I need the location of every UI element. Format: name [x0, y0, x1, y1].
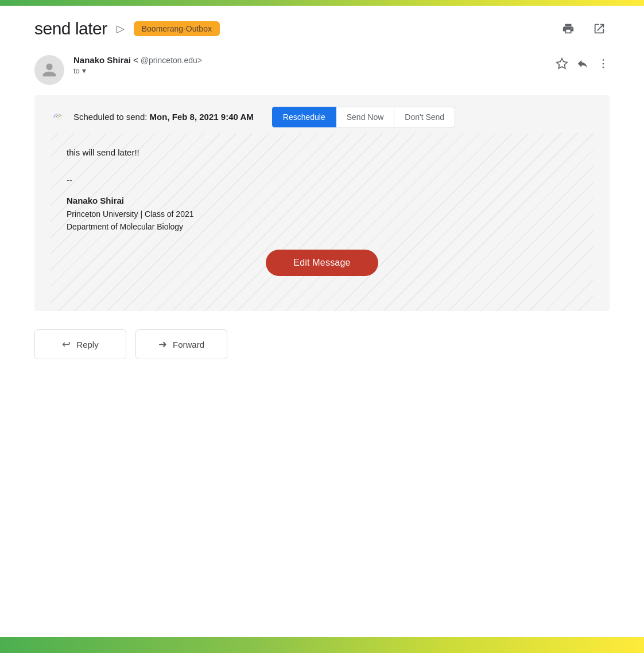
sig-line-2: Department of Molecular Biology — [67, 220, 577, 233]
svg-point-3 — [603, 67, 604, 68]
reply-button-icon: ↩ — [62, 338, 71, 351]
edit-message-button[interactable]: Edit Message — [266, 250, 378, 276]
sender-actions — [556, 57, 610, 70]
svg-point-2 — [603, 63, 604, 65]
email-body-card: this will send later!! -- Nanako Shirai … — [51, 133, 593, 311]
edit-message-row: Edit Message — [67, 250, 577, 276]
outbox-badge: Boomerang-Outbox — [134, 21, 220, 36]
reply-button[interactable]: ↩ Reply — [34, 329, 126, 359]
star-button[interactable] — [556, 57, 568, 70]
email-separator: -- — [67, 173, 577, 187]
more-options-button[interactable] — [597, 57, 610, 70]
sig-line-1: Princeton University | Class of 2021 — [67, 208, 577, 220]
reply-header-button[interactable] — [576, 57, 589, 70]
sender-email-bracket: < — [133, 55, 138, 65]
scheduled-card: Scheduled to send: Mon, Feb 8, 2021 9:40… — [34, 95, 610, 311]
reply-button-label: Reply — [76, 340, 98, 349]
open-in-new-button[interactable] — [589, 18, 610, 39]
bottom-green-bar — [0, 637, 644, 653]
sender-email: @princeton.edu> — [141, 56, 202, 65]
reschedule-button[interactable]: Reschedule — [272, 107, 336, 127]
sender-info: Nanako Shirai < @princeton.edu> to ▾ — [73, 55, 546, 75]
svg-point-1 — [603, 59, 604, 61]
scheduled-text: Scheduled to send: Mon, Feb 8, 2021 9:40… — [73, 111, 254, 124]
reply-forward-row: ↩ Reply ➜ Forward — [34, 311, 610, 371]
boomerang-logo — [51, 110, 67, 124]
avatar — [34, 55, 64, 85]
dont-send-button[interactable]: Don't Send — [394, 107, 455, 127]
header-left: send later ▷ Boomerang-Outbox — [34, 19, 220, 38]
print-button[interactable] — [558, 18, 579, 39]
svg-marker-0 — [557, 59, 567, 68]
reply-header-icon — [576, 57, 589, 70]
scheduled-actions: Reschedule Send Now Don't Send — [272, 107, 455, 127]
header: send later ▷ Boomerang-Outbox — [34, 6, 610, 49]
email-body-content: this will send later!! -- Nanako Shirai … — [51, 133, 593, 311]
avatar-icon — [41, 62, 57, 78]
open-in-new-icon — [593, 22, 606, 35]
to-line: to ▾ — [73, 66, 546, 75]
sender-row: Nanako Shirai < @princeton.edu> to ▾ — [34, 49, 610, 95]
scheduled-header: Scheduled to send: Mon, Feb 8, 2021 9:40… — [51, 107, 593, 127]
breadcrumb-arrow: ▷ — [117, 22, 125, 35]
scheduled-date: Mon, Feb 8, 2021 9:40 AM — [150, 112, 254, 122]
sender-name: Nanako Shirai — [73, 55, 131, 65]
scheduled-label: Scheduled to send: — [73, 112, 147, 122]
more-vert-icon — [597, 57, 610, 70]
top-green-bar — [0, 0, 644, 6]
email-text-block: this will send later!! -- Nanako Shirai … — [67, 146, 577, 234]
page-title: send later — [34, 19, 107, 38]
sender-name-line: Nanako Shirai < @princeton.edu> — [73, 55, 546, 65]
star-icon — [556, 57, 568, 70]
header-actions — [558, 18, 610, 39]
forward-button[interactable]: ➜ Forward — [135, 329, 227, 359]
boomerang-logo-icon — [51, 110, 67, 124]
send-now-button[interactable]: Send Now — [336, 107, 394, 127]
print-icon — [562, 22, 575, 35]
to-label: to — [73, 67, 80, 75]
forward-button-icon: ➜ — [158, 338, 167, 351]
forward-button-label: Forward — [173, 340, 204, 349]
to-dropdown-icon[interactable]: ▾ — [82, 66, 86, 75]
email-message: this will send later!! — [67, 146, 577, 160]
sig-name: Nanako Shirai — [67, 194, 577, 208]
